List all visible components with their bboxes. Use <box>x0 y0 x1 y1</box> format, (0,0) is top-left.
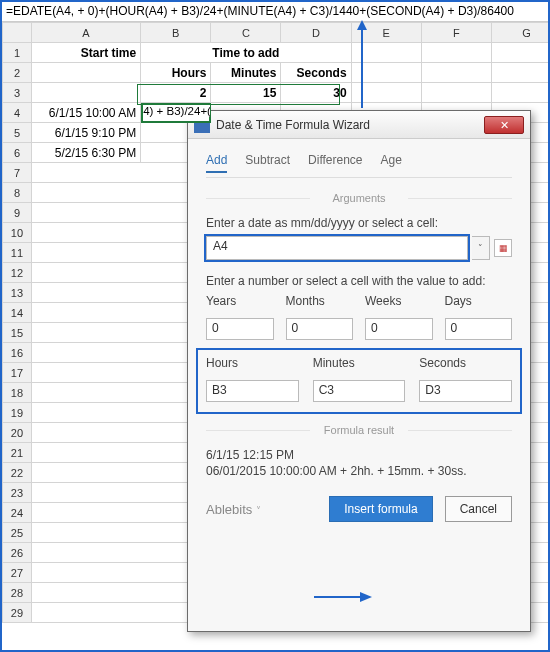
label-seconds: Seconds <box>419 356 512 370</box>
cell-E3[interactable] <box>351 83 421 103</box>
cell-A6[interactable]: 5/2/15 6:30 PM <box>31 143 140 163</box>
cell-E1[interactable] <box>351 43 421 63</box>
row-header-23[interactable]: 23 <box>3 483 32 503</box>
ymwd-grid: Years Months Weeks Days 0 0 0 0 <box>206 294 512 340</box>
row-header-14[interactable]: 14 <box>3 303 32 323</box>
date-row: A4 ˅ ▦ <box>206 236 512 260</box>
row-header-16[interactable]: 16 <box>3 343 32 363</box>
label-months: Months <box>286 294 354 308</box>
col-header-A[interactable]: A <box>31 23 140 43</box>
row-header-2[interactable]: 2 <box>3 63 32 83</box>
label-minutes: Minutes <box>313 356 406 370</box>
input-hours[interactable]: B3 <box>206 380 299 402</box>
col-header-G[interactable]: G <box>491 23 550 43</box>
row-header-12[interactable]: 12 <box>3 263 32 283</box>
cell-B2[interactable]: Hours <box>141 63 211 83</box>
cell-A4[interactable]: 6/1/15 10:00 AM <box>31 103 140 123</box>
hms-grid: Hours Minutes Seconds B3 C3 D3 <box>198 350 520 412</box>
cell-G2[interactable] <box>491 63 550 83</box>
cell-C2[interactable]: Minutes <box>211 63 281 83</box>
tab-age[interactable]: Age <box>381 153 402 173</box>
cancel-button[interactable]: Cancel <box>445 496 512 522</box>
row-header-8[interactable]: 8 <box>3 183 32 203</box>
tab-difference[interactable]: Difference <box>308 153 362 173</box>
row-header-25[interactable]: 25 <box>3 523 32 543</box>
row-header-9[interactable]: 9 <box>3 203 32 223</box>
date-input[interactable]: A4 <box>206 236 468 260</box>
row-header-28[interactable]: 28 <box>3 583 32 603</box>
close-button[interactable]: ✕ <box>484 116 524 134</box>
row-header-21[interactable]: 21 <box>3 443 32 463</box>
instr-date: Enter a date as mm/dd/yyyy or select a c… <box>206 216 512 230</box>
input-weeks[interactable]: 0 <box>365 318 433 340</box>
result-line-1: 6/1/15 12:15 PM <box>206 448 512 462</box>
cell-B3[interactable]: 2 <box>141 83 211 103</box>
input-years[interactable]: 0 <box>206 318 274 340</box>
row-header-26[interactable]: 26 <box>3 543 32 563</box>
cell-D2[interactable]: Seconds <box>281 63 351 83</box>
tab-add[interactable]: Add <box>206 153 227 173</box>
section-label-result: Formula result <box>206 424 512 436</box>
dialog-titlebar[interactable]: Date & Time Formula Wizard ✕ <box>188 111 530 139</box>
range-picker-icon[interactable]: ▦ <box>494 239 512 257</box>
dialog-body: Add Subtract Difference Age Arguments En… <box>188 139 530 532</box>
select-all-corner[interactable] <box>3 23 32 43</box>
col-header-E[interactable]: E <box>351 23 421 43</box>
cell-F1[interactable] <box>421 43 491 63</box>
row-header-18[interactable]: 18 <box>3 383 32 403</box>
formula-bar[interactable]: =EDATE(A4, + 0)+(HOUR(A4) + B3)/24+(MINU… <box>2 2 548 22</box>
tabs: Add Subtract Difference Age <box>206 153 512 178</box>
formula-text: =EDATE(A4, + 0)+(HOUR(A4) + B3)/24+(MINU… <box>6 4 514 18</box>
row-header-20[interactable]: 20 <box>3 423 32 443</box>
row-header-5[interactable]: 5 <box>3 123 32 143</box>
cell-B4[interactable]: 4) + B3)/24+(MINUTE(A4) + C3)/1440+ <box>141 103 211 123</box>
tab-subtract[interactable]: Subtract <box>245 153 290 173</box>
row-header-4[interactable]: 4 <box>3 103 32 123</box>
label-years: Years <box>206 294 274 308</box>
date-dropdown-icon[interactable]: ˅ <box>472 236 490 260</box>
cell-B1D1-merged[interactable]: Time to add <box>141 43 351 63</box>
label-hours: Hours <box>206 356 299 370</box>
input-seconds[interactable]: D3 <box>419 380 512 402</box>
row-header-13[interactable]: 13 <box>3 283 32 303</box>
cell-F2[interactable] <box>421 63 491 83</box>
cell-C3[interactable]: 15 <box>211 83 281 103</box>
row-header-7[interactable]: 7 <box>3 163 32 183</box>
row-header-10[interactable]: 10 <box>3 223 32 243</box>
label-weeks: Weeks <box>365 294 433 308</box>
cell-A3[interactable] <box>31 83 140 103</box>
cell-D3[interactable]: 30 <box>281 83 351 103</box>
row-header-19[interactable]: 19 <box>3 403 32 423</box>
row-header-27[interactable]: 27 <box>3 563 32 583</box>
input-months[interactable]: 0 <box>286 318 354 340</box>
cell-A2[interactable] <box>31 63 140 83</box>
button-row: Ablebits ˅ Insert formula Cancel <box>206 496 512 522</box>
row-header-29[interactable]: 29 <box>3 603 32 623</box>
col-header-F[interactable]: F <box>421 23 491 43</box>
row-header-24[interactable]: 24 <box>3 503 32 523</box>
instr-number: Enter a number or select a cell with the… <box>206 274 512 288</box>
row-header-3[interactable]: 3 <box>3 83 32 103</box>
input-minutes[interactable]: C3 <box>313 380 406 402</box>
row-header-22[interactable]: 22 <box>3 463 32 483</box>
col-header-B[interactable]: B <box>141 23 211 43</box>
cell-G3[interactable] <box>491 83 550 103</box>
label-days: Days <box>445 294 513 308</box>
cell-F3[interactable] <box>421 83 491 103</box>
col-header-C[interactable]: C <box>211 23 281 43</box>
cell-A1[interactable]: Start time <box>31 43 140 63</box>
row-header-1[interactable]: 1 <box>3 43 32 63</box>
row-header-17[interactable]: 17 <box>3 363 32 383</box>
row-header-11[interactable]: 11 <box>3 243 32 263</box>
col-header-D[interactable]: D <box>281 23 351 43</box>
cell-E2[interactable] <box>351 63 421 83</box>
input-days[interactable]: 0 <box>445 318 513 340</box>
row-header-6[interactable]: 6 <box>3 143 32 163</box>
insert-formula-button[interactable]: Insert formula <box>329 496 432 522</box>
cell-B4-editing-text: 4) + B3)/24+(MINUTE(A4) + C3)/1440+ <box>143 105 211 117</box>
brand-label[interactable]: Ablebits ˅ <box>206 502 317 517</box>
cell-G1[interactable] <box>491 43 550 63</box>
row-header-15[interactable]: 15 <box>3 323 32 343</box>
date-time-wizard-dialog: Date & Time Formula Wizard ✕ Add Subtrac… <box>187 110 531 632</box>
cell-A5[interactable]: 6/1/15 9:10 PM <box>31 123 140 143</box>
